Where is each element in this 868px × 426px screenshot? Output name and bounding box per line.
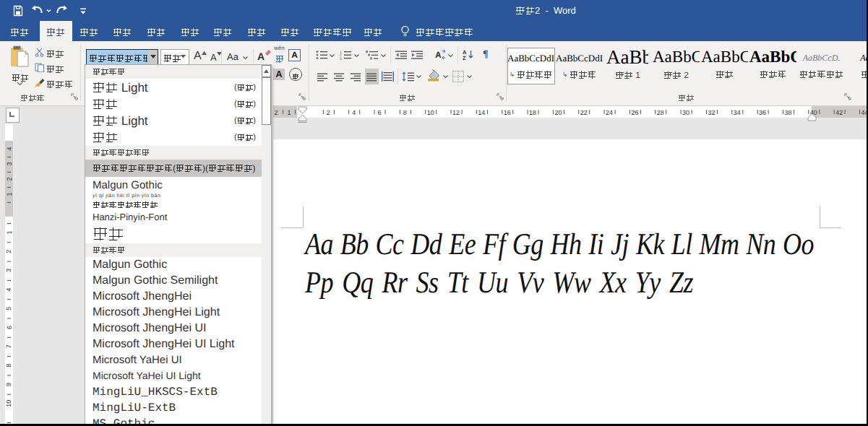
svg-text:2: 2 [327,109,330,116]
svg-text:28: 28 [657,109,664,116]
svg-text:34: 34 [734,109,741,116]
svg-text:12: 12 [452,109,460,116]
svg-text:32: 32 [708,109,715,116]
svg-text:18: 18 [529,109,536,116]
svg-text:9: 9 [6,383,13,386]
svg-text:38: 38 [784,109,791,116]
svg-text:3: 3 [6,162,13,165]
svg-text:10: 10 [427,109,434,116]
svg-text:3: 3 [340,57,342,61]
svg-text:20: 20 [554,109,562,116]
svg-text:14: 14 [478,109,485,116]
svg-text:1: 1 [287,109,291,116]
svg-text:24: 24 [606,109,613,116]
svg-text:2: 2 [6,250,13,253]
svg-text:A: A [435,50,442,60]
svg-text:42: 42 [835,109,843,116]
svg-text:Z: Z [463,55,466,61]
svg-text:4: 4 [6,147,13,150]
svg-text:6: 6 [378,109,382,116]
svg-text:1: 1 [6,192,13,196]
svg-text:4: 4 [352,109,356,116]
svg-text:5: 5 [6,307,13,310]
svg-text:36: 36 [759,109,766,116]
svg-text:2: 2 [274,109,278,116]
svg-text:8: 8 [403,109,407,116]
svg-text:1: 1 [6,230,13,234]
svg-text:26: 26 [631,109,638,116]
svg-text:4: 4 [6,287,13,291]
svg-text:8: 8 [6,364,13,368]
svg-text:30: 30 [682,109,689,116]
svg-text:7: 7 [6,344,13,348]
svg-text:6: 6 [6,326,13,329]
svg-text:3: 3 [6,269,13,272]
svg-text:22: 22 [580,109,588,116]
svg-text:16: 16 [504,109,511,116]
svg-text:10: 10 [6,400,13,407]
svg-text:2: 2 [6,177,13,181]
